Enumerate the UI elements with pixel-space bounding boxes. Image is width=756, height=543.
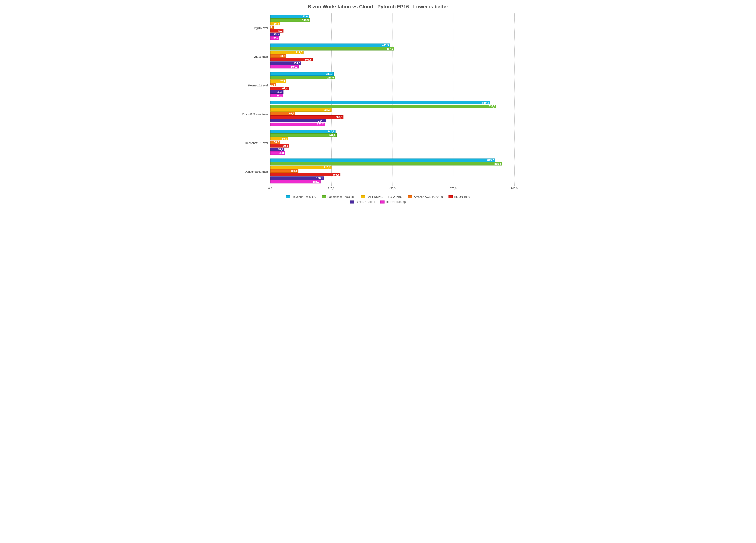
legend-swatch: [448, 195, 453, 199]
bar-value-label: 441,3: [382, 44, 389, 47]
bar-fill: [270, 159, 495, 162]
bar-fill: [270, 105, 497, 108]
bar-value-label: 48,8: [277, 90, 282, 94]
bar-value-label: 32,5: [273, 36, 278, 40]
plot: vgg16 eval142,0145,935,81248,735,332,5vg…: [242, 13, 514, 186]
bar-value-label: 240,2: [328, 130, 334, 133]
bar-value-label: 145,9: [302, 18, 309, 22]
legend-label: BIZON 1080: [454, 195, 470, 199]
bar: 238,6: [270, 76, 514, 79]
bar: 240,2: [270, 130, 514, 133]
bar-fill: [270, 166, 332, 169]
bar: 21,3: [270, 83, 514, 86]
bar-value-label: 57,9: [280, 79, 285, 83]
bar-fill: [270, 108, 332, 112]
bar: 855,5: [270, 162, 514, 166]
bar-fill: [270, 133, 337, 137]
bar-value-label: 46,1: [276, 94, 282, 97]
category-group: Densenet161 train829,2855,5226,1103,4258…: [270, 157, 514, 186]
bar-fill: [270, 47, 394, 51]
bar-fill: [270, 173, 340, 176]
bar: 145,9: [270, 18, 514, 22]
legend-label: PAPERSPACE TESLA P100: [367, 195, 402, 199]
bar: 12: [270, 26, 514, 29]
bar-value-label: 58,7: [280, 54, 285, 58]
bar-value-label: 155,8: [305, 58, 311, 61]
legend-item: Paperspace Tesla k80: [322, 195, 355, 199]
legend-label: BIZON 1080 Ti: [356, 200, 374, 204]
bar: 155,8: [270, 58, 514, 61]
bar: 35,3: [270, 33, 514, 36]
chart-title: Bizon Workstation vs Cloud - Pytorch FP1…: [242, 4, 514, 10]
bar-value-label: 269,6: [336, 115, 342, 119]
bar: 829,2: [270, 159, 514, 162]
bar-value-label: 114,3: [294, 62, 300, 65]
category-label: Densenet161 eval: [241, 141, 269, 145]
bar: 226,1: [270, 166, 514, 169]
category-group: Densenet161 eval240,2244,665,936,269,552…: [270, 128, 514, 157]
legend-item: BIZON 1080 Ti: [350, 200, 374, 204]
bar: 810,3: [270, 101, 514, 104]
gridline: [514, 13, 515, 186]
bar-fill: [270, 162, 502, 166]
legend-swatch: [286, 195, 290, 199]
bar-fill: [270, 76, 335, 79]
bar: 32,5: [270, 36, 514, 40]
category-label: Densenet161 train: [241, 170, 269, 173]
bar: 53,8: [270, 151, 514, 155]
plot-area: vgg16 eval142,0145,935,81248,735,332,5vg…: [270, 13, 514, 186]
legend-item: BIZON 1080: [448, 195, 470, 199]
category-group: vgg16 eval142,0145,935,81248,735,332,5: [270, 13, 514, 42]
category-label: Resnet152 eval: [241, 84, 269, 87]
bar-value-label: 142,0: [301, 15, 308, 18]
bar-value-label: 122,5: [296, 51, 302, 54]
bar: 69,5: [270, 144, 514, 148]
bar-value-label: 53,8: [279, 151, 284, 155]
category-group: Resnet152 eval233,7238,657,921,367,448,8…: [270, 71, 514, 100]
bar-value-label: 233,7: [326, 72, 332, 76]
bar: 92,7: [270, 112, 514, 115]
category-label: vgg16 train: [241, 55, 269, 58]
bar-value-label: 21,3: [270, 83, 275, 86]
bar: 441,3: [270, 44, 514, 47]
bar-value-label: 67,4: [282, 87, 287, 90]
category-label: Resnet152 eval train: [241, 113, 269, 116]
chart-container: Bizon Workstation vs Cloud - Pytorch FP1…: [236, 0, 520, 209]
bar-value-label: 198,1: [316, 177, 323, 180]
category-group: Resnet152 eval train810,3834,3225,692,72…: [270, 100, 514, 128]
bar-value-label: 810,3: [482, 101, 489, 104]
bar-fill: [270, 115, 343, 119]
legend-item: Floydhub Tesla k80: [286, 195, 316, 199]
x-tick-label: 675,0: [450, 187, 456, 190]
bar: 35,8: [270, 22, 514, 25]
legend-label: BIZON Titan Xp: [386, 200, 406, 204]
bar: 65,9: [270, 137, 514, 140]
bar: 201,2: [270, 123, 514, 126]
x-tick-label: 900,0: [511, 187, 518, 190]
bar: 57,9: [270, 79, 514, 83]
bar: 36,2: [270, 141, 514, 144]
bar: 46,1: [270, 94, 514, 97]
bar-value-label: 244,6: [329, 133, 336, 137]
bar: 122,5: [270, 51, 514, 54]
x-tick-label: 0,0: [268, 187, 272, 190]
legend-swatch: [380, 201, 385, 204]
bar-value-label: 65,9: [282, 137, 287, 140]
bar: 185,2: [270, 180, 514, 184]
bar-value-label: 204,7: [318, 119, 325, 122]
legend-item: PAPERSPACE TESLA P100: [361, 195, 402, 199]
bar: 457,0: [270, 47, 514, 51]
bar-value-label: 258,6: [333, 173, 339, 176]
x-tick-label: 225,0: [328, 187, 334, 190]
category-group: vgg16 train441,3457,0122,558,7155,8114,3…: [270, 42, 514, 71]
bar-value-label: 92,7: [289, 112, 294, 115]
bar: 198,1: [270, 177, 514, 180]
bar-fill: [270, 119, 326, 122]
bar: 48,7: [270, 29, 514, 33]
bar-value-label: 829,2: [487, 159, 494, 162]
legend-label: Paperspace Tesla k80: [327, 195, 355, 199]
legend-swatch: [350, 201, 354, 204]
bar: 142,0: [270, 15, 514, 18]
bar-value-label: 226,1: [324, 166, 330, 169]
bar: 58,7: [270, 54, 514, 58]
